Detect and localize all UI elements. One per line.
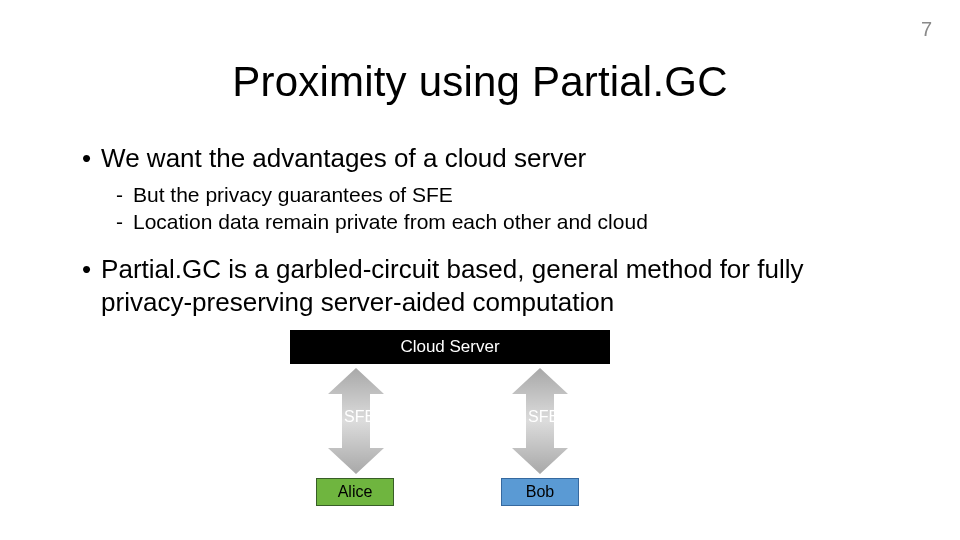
- slide-title: Proximity using Partial.GC: [0, 58, 960, 106]
- sub-bullet-item: But the privacy guarantees of SFE: [116, 181, 882, 208]
- bullet-item: We want the advantages of a cloud server: [82, 142, 882, 175]
- party-alice-label: Alice: [338, 483, 373, 501]
- bullet-text: We want the advantages of a cloud server: [101, 142, 586, 175]
- party-bob-box: Bob: [501, 478, 579, 506]
- page-number: 7: [921, 18, 932, 41]
- party-bob-label: Bob: [526, 483, 554, 501]
- sub-bullet-text: But the privacy guarantees of SFE: [133, 181, 453, 208]
- cloud-server-label: Cloud Server: [400, 337, 499, 357]
- sub-bullet-text: Location data remain private from each o…: [133, 208, 648, 235]
- bullet-text: Partial.GC is a garbled-circuit based, g…: [101, 253, 882, 318]
- sub-bullet-item: Location data remain private from each o…: [116, 208, 882, 235]
- bullet-item: Partial.GC is a garbled-circuit based, g…: [82, 253, 882, 318]
- slide: 7 Proximity using Partial.GC We want the…: [0, 0, 960, 540]
- diagram: Cloud Server: [260, 330, 700, 530]
- party-alice-box: Alice: [316, 478, 394, 506]
- sfe-label: SFE: [344, 408, 375, 426]
- sfe-label: SFE: [528, 408, 559, 426]
- content-area: We want the advantages of a cloud server…: [82, 138, 882, 318]
- sub-bullets: But the privacy guarantees of SFE Locati…: [116, 181, 882, 236]
- cloud-server-box: Cloud Server: [290, 330, 610, 364]
